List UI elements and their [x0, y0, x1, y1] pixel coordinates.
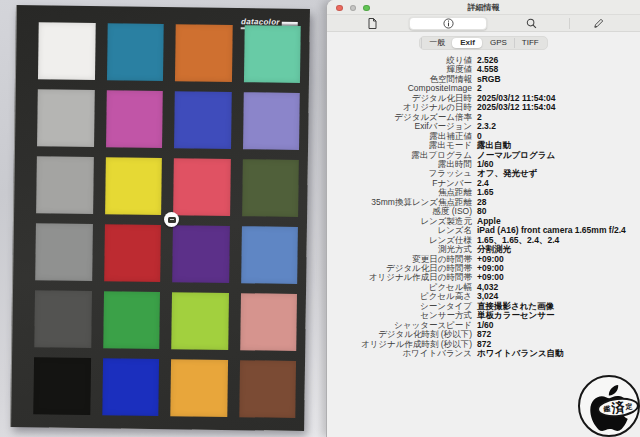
certified-stamp: 鑑 済 定: [578, 375, 640, 437]
color-patch: [102, 358, 159, 416]
spydercheckr-card: datacolor: [10, 5, 310, 431]
color-patch: [171, 292, 228, 350]
zoom-button[interactable]: [363, 5, 370, 12]
exif-row: 色空間情報 sRGB: [327, 75, 640, 84]
window-title: 詳細情報: [468, 2, 500, 13]
photo-color-chart: datacolor: [0, 0, 331, 437]
color-patch: [172, 225, 229, 283]
tab-bar: 一般 Exif GPS TIFF: [327, 32, 640, 53]
tab-item[interactable]: Exif: [452, 38, 482, 48]
minimize-button[interactable]: [350, 5, 357, 12]
color-patch: [37, 89, 94, 147]
color-patch: [239, 360, 296, 418]
color-patch: [103, 291, 160, 349]
tab-item[interactable]: TIFF: [514, 38, 546, 48]
stamp-text-right: 定: [625, 401, 633, 412]
exif-row: オリジナルの日時 2025/03/12 11:54:04: [327, 103, 640, 112]
image-badge-icon: [168, 217, 176, 223]
color-patch: [106, 23, 163, 81]
screenshot-root: datacolor: [0, 0, 640, 437]
stamp-text-center: 済: [611, 398, 626, 417]
color-patch: [175, 24, 232, 82]
color-patch: [104, 224, 161, 282]
exif-label: ホワイトバランス: [327, 349, 472, 358]
info-icon: [443, 18, 454, 29]
edit-icon[interactable]: [591, 17, 605, 31]
search-icon[interactable]: [524, 17, 538, 31]
stamp-text-left: 鑑: [603, 403, 611, 414]
color-patch: [240, 293, 297, 351]
document-icon[interactable]: [365, 17, 379, 31]
color-patch: [170, 359, 227, 417]
exif-row: Exifバージョン 2.3.2: [327, 122, 640, 131]
color-patch: [36, 156, 93, 214]
window-controls: [336, 5, 370, 12]
tab-item[interactable]: GPS: [482, 38, 514, 48]
color-patch: [106, 90, 163, 148]
segmented-control: 一般 Exif GPS TIFF: [419, 36, 547, 50]
color-patch: [38, 22, 95, 80]
tab-item[interactable]: 一般: [421, 38, 452, 48]
color-patch: [242, 159, 299, 217]
toolbar: [327, 15, 640, 32]
toolbar-divider: [569, 18, 570, 29]
title-bar: 詳細情報: [327, 0, 640, 15]
close-button[interactable]: [336, 5, 343, 12]
exif-list: 絞り値 2.526 輝度値 4.558 色空間情報 sRGB Composite…: [327, 56, 640, 359]
color-patch: [174, 91, 231, 149]
color-patch: [34, 290, 91, 348]
exif-value: 2025/03/12 11:54:04: [477, 103, 555, 112]
exif-row: ホワイトバランス ホワイトバランス自動: [327, 349, 640, 358]
info-window: 詳細情報 一般 Exif: [326, 0, 640, 437]
color-patch: [241, 226, 298, 284]
color-patch: [35, 223, 92, 281]
color-patch: [243, 92, 300, 150]
color-patch: [105, 157, 162, 215]
color-patch: [173, 158, 230, 216]
exif-value: ホワイトバランス自動: [477, 349, 564, 358]
image-badge[interactable]: [164, 212, 179, 227]
color-patch: [243, 25, 300, 83]
info-tool-selected[interactable]: [409, 17, 487, 30]
color-patch: [33, 357, 90, 415]
